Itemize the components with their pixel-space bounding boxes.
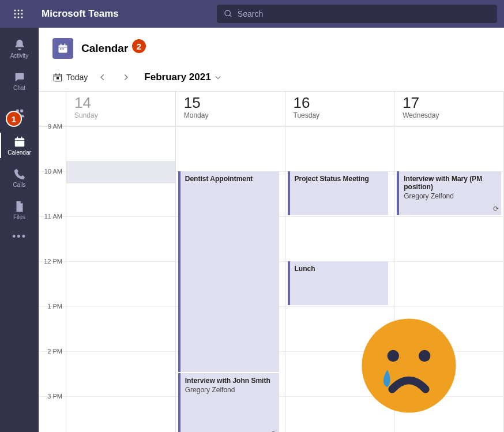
svg-rect-24 <box>62 48 64 50</box>
recurring-icon: ⟳ <box>493 205 499 213</box>
time-label: 12 PM <box>39 261 66 306</box>
time-label: 1 PM <box>39 306 66 351</box>
time-label: 11 AM <box>39 216 66 261</box>
svg-rect-15 <box>14 138 24 146</box>
day-number: 14 <box>74 95 175 110</box>
svg-rect-22 <box>65 44 66 46</box>
day-name: Wednesday <box>403 111 503 119</box>
today-icon <box>52 72 63 82</box>
event-lunch[interactable]: Lunch <box>288 261 389 305</box>
svg-rect-17 <box>17 136 18 139</box>
chevron-down-icon <box>215 74 221 81</box>
calendar-app-icon <box>52 38 73 59</box>
time-label: 3 PM <box>39 396 66 432</box>
day-number: 16 <box>294 95 394 110</box>
svg-rect-23 <box>60 48 62 50</box>
svg-line-10 <box>230 15 231 17</box>
rail-label: Chat <box>13 85 25 91</box>
svg-point-4 <box>18 13 20 15</box>
day-number: 15 <box>184 95 285 110</box>
svg-point-6 <box>14 17 16 18</box>
page-title: Calendar <box>81 42 128 55</box>
event-title: Project Status Meeting <box>295 175 384 183</box>
day-name: Sunday <box>74 111 175 119</box>
event-project-status[interactable]: Project Status Meeting <box>288 171 389 215</box>
day-column-mon[interactable]: 15 Monday Dentist Appointment Interview … <box>176 92 285 432</box>
event-title: Dentist Appointment <box>185 175 274 183</box>
month-label-text: February 2021 <box>144 72 210 83</box>
rail-activity[interactable]: Activity <box>0 32 39 65</box>
svg-point-30 <box>362 318 456 412</box>
svg-point-32 <box>419 350 430 362</box>
svg-rect-18 <box>21 136 22 139</box>
time-label: 9 AM <box>39 126 66 171</box>
file-icon <box>13 200 26 213</box>
day-column-sun[interactable]: 14 Sunday <box>66 92 176 432</box>
search-icon <box>224 9 233 18</box>
event-organizer: Gregory Zelfond <box>185 386 274 394</box>
svg-rect-21 <box>61 44 62 46</box>
day-number: 17 <box>403 95 503 110</box>
rail-more[interactable]: ••• <box>12 231 27 243</box>
chat-icon <box>13 71 26 84</box>
rail-files[interactable]: Files <box>0 194 39 226</box>
phone-icon <box>13 168 26 181</box>
today-label: Today <box>66 73 88 82</box>
event-title: Interview with John Smith <box>185 377 274 385</box>
svg-point-2 <box>21 10 23 12</box>
svg-point-3 <box>14 13 16 15</box>
svg-rect-29 <box>57 77 59 79</box>
svg-point-1 <box>18 10 20 12</box>
rail-calendar[interactable]: Calendar <box>0 129 39 161</box>
rail-label: Calendar <box>7 149 31 156</box>
event-dentist[interactable]: Dentist Appointment <box>178 171 279 372</box>
rail-label: Calls <box>13 182 25 188</box>
month-picker[interactable]: February 2021 <box>144 72 221 83</box>
event-interview-mary[interactable]: Interview with Mary (PM position) Gregor… <box>397 171 501 215</box>
annotation-1: 1 <box>6 111 22 127</box>
sad-emoji-icon <box>360 317 458 415</box>
annotation-2: 2 <box>131 38 147 54</box>
chevron-right-icon <box>122 73 130 81</box>
today-button[interactable]: Today <box>52 72 88 82</box>
time-label: 10 AM <box>39 171 66 216</box>
app-launcher-icon[interactable] <box>7 2 30 25</box>
event-interview-john[interactable]: Interview with John Smith Gregory Zelfon… <box>178 373 279 432</box>
svg-point-8 <box>21 17 23 18</box>
svg-point-0 <box>14 10 16 12</box>
day-name: Tuesday <box>294 111 394 119</box>
event-organizer: Gregory Zelfond <box>404 192 497 200</box>
svg-rect-12 <box>17 77 20 77</box>
rail-chat[interactable]: Chat <box>0 65 39 97</box>
chevron-left-icon <box>99 73 107 81</box>
time-label: 2 PM <box>39 351 66 396</box>
search-input[interactable]: Search <box>217 5 497 23</box>
event-title: Interview with Mary (PM position) <box>404 175 497 191</box>
svg-point-14 <box>20 110 22 113</box>
svg-point-9 <box>225 10 230 16</box>
svg-point-5 <box>21 13 23 15</box>
app-title: Microsoft Teams <box>42 8 119 20</box>
selected-slot[interactable] <box>66 161 175 183</box>
svg-rect-20 <box>59 47 67 48</box>
rail-calls[interactable]: Calls <box>0 161 39 194</box>
svg-point-31 <box>388 350 399 362</box>
prev-week-button[interactable] <box>95 69 111 85</box>
day-name: Monday <box>184 111 285 119</box>
svg-point-7 <box>18 17 20 18</box>
svg-rect-16 <box>14 140 24 141</box>
svg-rect-11 <box>17 75 22 76</box>
bell-icon <box>13 39 26 51</box>
event-title: Lunch <box>295 265 384 273</box>
rail-label: Files <box>13 214 25 220</box>
calendar-icon <box>13 136 26 148</box>
recurring-icon: ⟳ <box>271 430 277 432</box>
rail-label: Activity <box>10 52 29 59</box>
search-placeholder: Search <box>238 9 263 18</box>
next-week-button[interactable] <box>118 69 134 85</box>
